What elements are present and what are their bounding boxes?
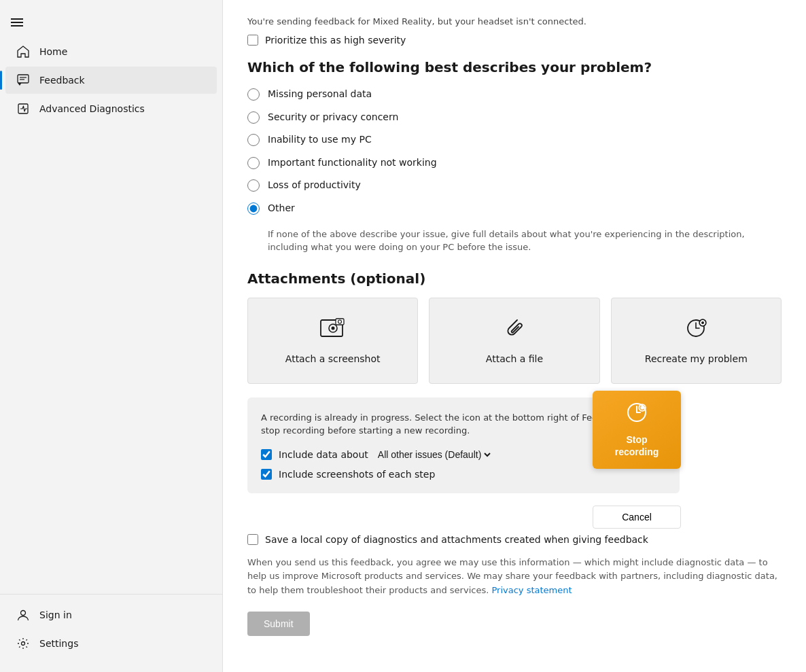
radio-productivity-label[interactable]: Loss of productivity: [268, 179, 361, 192]
radio-item-productivity: Loss of productivity: [247, 179, 782, 192]
sidebar-signin-label: Sign in: [39, 609, 72, 620]
radio-item-missing: Missing personal data: [247, 88, 782, 101]
main-content: You're sending feedback for Mixed Realit…: [223, 0, 806, 672]
radio-item-security: Security or privacy concern: [247, 111, 782, 124]
radio-missing[interactable]: [247, 88, 260, 101]
privacy-link[interactable]: Privacy statement: [491, 585, 572, 595]
prioritize-checkbox[interactable]: [247, 35, 258, 46]
radio-item-functionality: Important functionality not working: [247, 156, 782, 170]
submit-button[interactable]: Submit: [247, 612, 310, 636]
notice-text: You're sending feedback for Mixed Realit…: [247, 16, 782, 26]
radio-functionality[interactable]: [247, 157, 260, 169]
home-icon: [16, 45, 30, 58]
radio-missing-label[interactable]: Missing personal data: [268, 88, 372, 101]
sidebar-item-settings[interactable]: Settings: [5, 630, 217, 657]
signin-icon: [16, 608, 30, 622]
cancel-label: Cancel: [622, 512, 652, 523]
recreate-problem-card[interactable]: Recreate my problem: [611, 298, 782, 384]
attach-screenshot-card[interactable]: Attach a screenshot: [247, 298, 418, 384]
sidebar-item-home[interactable]: Home: [5, 38, 217, 65]
prioritize-row: Prioritize this as high severity: [247, 35, 782, 46]
include-data-checkbox[interactable]: [261, 449, 272, 460]
save-copy-checkbox[interactable]: [247, 534, 258, 545]
sidebar: Home Feedback Advanced Diagnostics: [0, 0, 223, 672]
submit-label: Submit: [264, 618, 294, 629]
svg-point-4: [21, 611, 26, 616]
radio-productivity[interactable]: [247, 179, 260, 192]
sidebar-feedback-label: Feedback: [39, 75, 85, 86]
radio-security[interactable]: [247, 111, 260, 124]
save-copy-row: Save a local copy of diagnostics and att…: [247, 534, 782, 545]
sidebar-settings-label: Settings: [39, 638, 78, 649]
svg-point-17: [641, 406, 644, 409]
settings-icon: [16, 637, 30, 650]
hamburger-menu[interactable]: [0, 8, 222, 37]
stop-recording-label: Stop recording: [606, 434, 667, 458]
attachments-heading: Attachments (optional): [247, 270, 782, 287]
attach-file-label: Attach a file: [486, 353, 543, 364]
sidebar-nav: Home Feedback Advanced Diagnostics: [0, 37, 222, 594]
cancel-button[interactable]: Cancel: [593, 506, 681, 529]
include-screenshots-label[interactable]: Include screenshots of each step: [279, 469, 435, 480]
stop-recording-button[interactable]: Stop recording: [593, 391, 681, 469]
sidebar-item-advanced-diagnostics[interactable]: Advanced Diagnostics: [5, 95, 217, 122]
feedback-icon: [16, 73, 30, 87]
file-icon: [502, 317, 527, 345]
radio-item-inability: Inability to use my PC: [247, 133, 782, 147]
recording-container: A recording is already in progress. Sele…: [247, 397, 680, 493]
include-screenshots-row: Include screenshots of each step: [261, 469, 666, 480]
svg-point-5: [22, 642, 25, 646]
sidebar-diagnostics-label: Advanced Diagnostics: [39, 103, 145, 114]
screenshot-icon: [319, 317, 347, 345]
sidebar-item-feedback[interactable]: Feedback: [5, 67, 217, 94]
save-copy-label[interactable]: Save a local copy of diagnostics and att…: [265, 534, 648, 545]
data-about-select[interactable]: All other issues (Default): [375, 448, 493, 461]
radio-security-label[interactable]: Security or privacy concern: [268, 111, 398, 124]
radio-functionality-label[interactable]: Important functionality not working: [268, 156, 437, 170]
radio-inability-label[interactable]: Inability to use my PC: [268, 133, 372, 147]
svg-point-8: [331, 326, 334, 330]
other-description: If none of the above describe your issue…: [268, 228, 782, 254]
legal-text: When you send us this feedback, you agre…: [247, 556, 782, 598]
problem-heading: Which of the following best describes yo…: [247, 59, 782, 75]
sidebar-bottom: Sign in Settings: [0, 594, 222, 664]
problem-radio-group: Missing personal data Security or privac…: [247, 88, 782, 254]
radio-inability[interactable]: [247, 134, 260, 146]
include-screenshots-checkbox[interactable]: [261, 469, 272, 480]
stop-recording-icon: [626, 402, 648, 428]
svg-rect-0: [18, 75, 29, 83]
recreate-icon: [682, 317, 709, 345]
attach-screenshot-label: Attach a screenshot: [285, 353, 381, 364]
diagnostics-icon: [16, 102, 30, 116]
svg-point-13: [701, 321, 704, 324]
sidebar-item-signin[interactable]: Sign in: [5, 601, 217, 629]
include-data-label[interactable]: Include data about: [279, 449, 368, 460]
sidebar-home-label: Home: [39, 46, 67, 57]
recreate-label: Recreate my problem: [645, 353, 748, 364]
svg-rect-9: [336, 319, 344, 325]
radio-other[interactable]: [247, 202, 260, 215]
prioritize-label[interactable]: Prioritize this as high severity: [265, 35, 406, 46]
radio-item-other: Other: [247, 202, 782, 215]
attachments-grid: Attach a screenshot Attach a file Recr: [247, 298, 782, 384]
radio-other-label[interactable]: Other: [268, 202, 295, 215]
attach-file-card[interactable]: Attach a file: [429, 298, 599, 384]
